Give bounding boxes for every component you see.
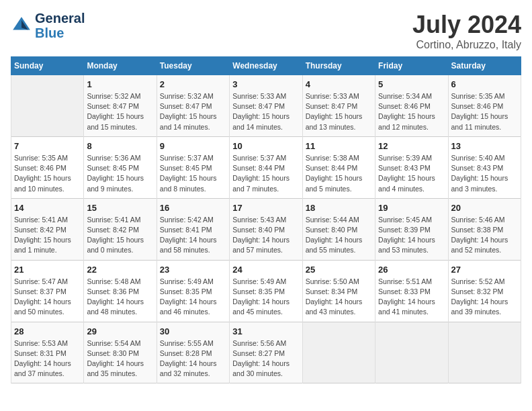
- logo-line2: Blue: [35, 26, 85, 40]
- weekday-header-tuesday: Tuesday: [157, 57, 229, 75]
- logo: General Blue: [11, 11, 85, 40]
- day-number: 31: [232, 326, 299, 336]
- day-info: Sunrise: 5:48 AMSunset: 8:36 PMDaylight:…: [87, 277, 153, 318]
- calendar-cell: 12Sunrise: 5:39 AMSunset: 8:43 PMDayligh…: [375, 136, 448, 198]
- calendar-body: 1Sunrise: 5:32 AMSunset: 8:47 PMDaylight…: [11, 75, 521, 383]
- day-number: 24: [232, 265, 299, 275]
- day-number: 3: [232, 79, 299, 89]
- weekday-header-thursday: Thursday: [302, 57, 375, 75]
- calendar-cell: 10Sunrise: 5:37 AMSunset: 8:44 PMDayligh…: [230, 136, 302, 198]
- day-number: 5: [378, 79, 445, 89]
- day-number: 27: [451, 265, 518, 275]
- day-info: Sunrise: 5:35 AMSunset: 8:46 PMDaylight:…: [14, 153, 81, 194]
- day-info: Sunrise: 5:37 AMSunset: 8:45 PMDaylight:…: [160, 153, 226, 194]
- calendar-cell: 23Sunrise: 5:49 AMSunset: 8:35 PMDayligh…: [157, 260, 229, 322]
- day-number: 15: [87, 203, 153, 213]
- day-info: Sunrise: 5:39 AMSunset: 8:43 PMDaylight:…: [378, 153, 445, 194]
- title-area: July 2024 Cortino, Abruzzo, Italy: [412, 11, 521, 51]
- calendar-cell: 26Sunrise: 5:51 AMSunset: 8:33 PMDayligh…: [375, 260, 448, 322]
- calendar-cell: [448, 322, 521, 383]
- header: General Blue July 2024 Cortino, Abruzzo,…: [11, 11, 521, 51]
- day-info: Sunrise: 5:42 AMSunset: 8:41 PMDaylight:…: [160, 215, 226, 256]
- day-number: 8: [87, 141, 153, 151]
- calendar-week-row: 7Sunrise: 5:35 AMSunset: 8:46 PMDaylight…: [11, 136, 521, 198]
- day-info: Sunrise: 5:37 AMSunset: 8:44 PMDaylight:…: [232, 153, 299, 194]
- calendar-cell: [11, 75, 84, 137]
- day-number: 22: [87, 265, 153, 275]
- day-number: 28: [14, 326, 81, 336]
- calendar-cell: 14Sunrise: 5:41 AMSunset: 8:42 PMDayligh…: [11, 198, 84, 260]
- day-number: 12: [378, 141, 445, 151]
- calendar-cell: [302, 322, 375, 383]
- calendar-cell: 29Sunrise: 5:54 AMSunset: 8:30 PMDayligh…: [84, 322, 157, 383]
- calendar-cell: 9Sunrise: 5:37 AMSunset: 8:45 PMDaylight…: [157, 136, 229, 198]
- day-info: Sunrise: 5:43 AMSunset: 8:40 PMDaylight:…: [232, 215, 299, 256]
- calendar-cell: 7Sunrise: 5:35 AMSunset: 8:46 PMDaylight…: [11, 136, 84, 198]
- day-number: 23: [160, 265, 226, 275]
- day-info: Sunrise: 5:53 AMSunset: 8:31 PMDaylight:…: [14, 338, 81, 379]
- day-info: Sunrise: 5:33 AMSunset: 8:47 PMDaylight:…: [306, 91, 372, 132]
- calendar-week-row: 14Sunrise: 5:41 AMSunset: 8:42 PMDayligh…: [11, 198, 521, 260]
- day-number: 14: [14, 203, 81, 213]
- day-info: Sunrise: 5:33 AMSunset: 8:47 PMDaylight:…: [232, 91, 299, 132]
- calendar-table: SundayMondayTuesdayWednesdayThursdayFrid…: [11, 56, 521, 383]
- day-info: Sunrise: 5:44 AMSunset: 8:40 PMDaylight:…: [306, 215, 372, 256]
- day-number: 17: [232, 203, 299, 213]
- day-info: Sunrise: 5:35 AMSunset: 8:46 PMDaylight:…: [451, 91, 518, 132]
- day-info: Sunrise: 5:38 AMSunset: 8:44 PMDaylight:…: [306, 153, 372, 194]
- day-number: 30: [160, 326, 226, 336]
- day-number: 4: [306, 79, 372, 89]
- day-number: 20: [451, 203, 518, 213]
- day-info: Sunrise: 5:32 AMSunset: 8:47 PMDaylight:…: [87, 91, 153, 132]
- calendar-cell: [375, 322, 448, 383]
- calendar-cell: 31Sunrise: 5:56 AMSunset: 8:27 PMDayligh…: [230, 322, 302, 383]
- calendar-cell: 6Sunrise: 5:35 AMSunset: 8:46 PMDaylight…: [448, 75, 521, 137]
- day-number: 9: [160, 141, 226, 151]
- calendar-cell: 24Sunrise: 5:49 AMSunset: 8:35 PMDayligh…: [230, 260, 302, 322]
- calendar-cell: 8Sunrise: 5:36 AMSunset: 8:45 PMDaylight…: [84, 136, 157, 198]
- day-number: 6: [451, 79, 518, 89]
- calendar-week-row: 1Sunrise: 5:32 AMSunset: 8:47 PMDaylight…: [11, 75, 521, 137]
- calendar-cell: 11Sunrise: 5:38 AMSunset: 8:44 PMDayligh…: [302, 136, 375, 198]
- weekday-header-monday: Monday: [84, 57, 157, 75]
- day-number: 25: [306, 265, 372, 275]
- day-info: Sunrise: 5:47 AMSunset: 8:37 PMDaylight:…: [14, 277, 81, 318]
- calendar-header: SundayMondayTuesdayWednesdayThursdayFrid…: [11, 57, 521, 75]
- logo-icon: [11, 15, 32, 36]
- calendar-cell: 28Sunrise: 5:53 AMSunset: 8:31 PMDayligh…: [11, 322, 84, 383]
- day-number: 26: [378, 265, 445, 275]
- day-number: 21: [14, 265, 81, 275]
- calendar-cell: 19Sunrise: 5:45 AMSunset: 8:39 PMDayligh…: [375, 198, 448, 260]
- location-title: Cortino, Abruzzo, Italy: [412, 39, 521, 51]
- day-number: 10: [232, 141, 299, 151]
- calendar-cell: 20Sunrise: 5:46 AMSunset: 8:38 PMDayligh…: [448, 198, 521, 260]
- day-number: 1: [87, 79, 153, 89]
- calendar-cell: 22Sunrise: 5:48 AMSunset: 8:36 PMDayligh…: [84, 260, 157, 322]
- day-number: 11: [306, 141, 372, 151]
- calendar-cell: 5Sunrise: 5:34 AMSunset: 8:46 PMDaylight…: [375, 75, 448, 137]
- day-number: 2: [160, 79, 226, 89]
- day-info: Sunrise: 5:49 AMSunset: 8:35 PMDaylight:…: [232, 277, 299, 318]
- day-number: 13: [451, 141, 518, 151]
- weekday-header-sunday: Sunday: [11, 57, 84, 75]
- logo-line1: General: [35, 11, 85, 26]
- day-info: Sunrise: 5:34 AMSunset: 8:46 PMDaylight:…: [378, 91, 445, 132]
- calendar-cell: 2Sunrise: 5:32 AMSunset: 8:47 PMDaylight…: [157, 75, 229, 137]
- weekday-header-wednesday: Wednesday: [230, 57, 302, 75]
- weekday-header-row: SundayMondayTuesdayWednesdayThursdayFrid…: [11, 57, 521, 75]
- calendar-week-row: 28Sunrise: 5:53 AMSunset: 8:31 PMDayligh…: [11, 322, 521, 383]
- calendar-cell: 3Sunrise: 5:33 AMSunset: 8:47 PMDaylight…: [230, 75, 302, 137]
- calendar-cell: 15Sunrise: 5:41 AMSunset: 8:42 PMDayligh…: [84, 198, 157, 260]
- calendar-cell: 30Sunrise: 5:55 AMSunset: 8:28 PMDayligh…: [157, 322, 229, 383]
- day-info: Sunrise: 5:56 AMSunset: 8:27 PMDaylight:…: [232, 338, 299, 379]
- day-info: Sunrise: 5:51 AMSunset: 8:33 PMDaylight:…: [378, 277, 445, 318]
- day-info: Sunrise: 5:40 AMSunset: 8:43 PMDaylight:…: [451, 153, 518, 194]
- calendar-cell: 4Sunrise: 5:33 AMSunset: 8:47 PMDaylight…: [302, 75, 375, 137]
- day-info: Sunrise: 5:49 AMSunset: 8:35 PMDaylight:…: [160, 277, 226, 318]
- day-info: Sunrise: 5:41 AMSunset: 8:42 PMDaylight:…: [87, 215, 153, 256]
- weekday-header-friday: Friday: [375, 57, 448, 75]
- day-number: 16: [160, 203, 226, 213]
- day-info: Sunrise: 5:45 AMSunset: 8:39 PMDaylight:…: [378, 215, 445, 256]
- day-info: Sunrise: 5:50 AMSunset: 8:34 PMDaylight:…: [306, 277, 372, 318]
- calendar-cell: 25Sunrise: 5:50 AMSunset: 8:34 PMDayligh…: [302, 260, 375, 322]
